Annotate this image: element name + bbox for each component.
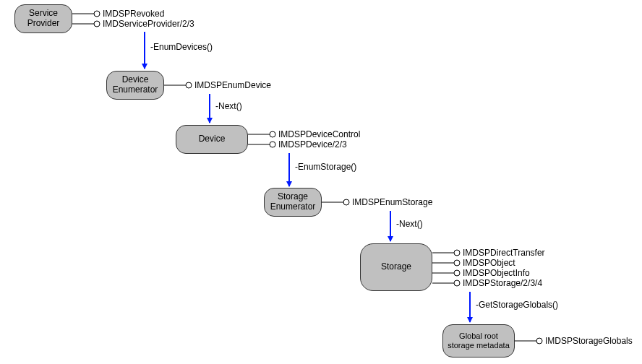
iface-storage-globals: IMDSPStorageGlobals (545, 336, 633, 346)
node-service-provider: Service Provider (14, 4, 72, 33)
svg-point-23 (454, 280, 460, 286)
svg-point-17 (454, 250, 460, 256)
node-label: Device Enumerator (111, 75, 159, 95)
iface-object: IMDSPObject (463, 258, 515, 268)
node-label: Storage Enumerator (269, 192, 317, 212)
iface-enum-device: IMDSPEnumDevice (194, 80, 271, 90)
node-storage: Storage (360, 243, 432, 291)
svg-point-1 (94, 11, 100, 17)
node-label: Storage (381, 262, 411, 272)
node-device: Device (176, 125, 248, 154)
svg-point-11 (270, 142, 275, 147)
svg-point-3 (94, 21, 100, 27)
node-device-enumerator: Device Enumerator (106, 71, 164, 100)
method-next-1: -Next() (215, 101, 242, 111)
method-enum-devices: -EnumDevices() (150, 42, 213, 52)
method-next-2: -Next() (396, 219, 423, 229)
iface-object-info: IMDSPObjectInfo (463, 268, 530, 278)
svg-point-26 (536, 338, 542, 344)
svg-point-9 (270, 131, 275, 137)
iface-direct-transfer: IMDSPDirectTransfer (463, 248, 545, 258)
node-label: Device (199, 134, 226, 144)
iface-enum-storage: IMDSPEnumStorage (352, 197, 432, 207)
node-label: Global root storage metadata (448, 332, 510, 350)
svg-point-21 (454, 270, 460, 276)
svg-point-14 (343, 199, 349, 205)
iface-sp-service-provider: IMDServiceProvider/2/3 (103, 19, 194, 29)
iface-device-control: IMDSPDeviceControl (278, 129, 360, 139)
node-storage-enumerator: Storage Enumerator (264, 188, 322, 217)
iface-storage: IMDSPStorage/2/3/4 (463, 278, 542, 288)
svg-point-19 (454, 260, 460, 266)
node-global-metadata: Global root storage metadata (442, 324, 515, 358)
node-label: Service Provider (20, 9, 67, 29)
svg-point-6 (186, 82, 192, 88)
method-get-storage-globals: -GetStorageGlobals() (476, 300, 558, 310)
method-enum-storage: -EnumStorage() (295, 162, 356, 172)
iface-device: IMDSPDevice/2/3 (278, 139, 347, 150)
iface-sp-revoked: IMDSPRevoked (103, 9, 164, 19)
